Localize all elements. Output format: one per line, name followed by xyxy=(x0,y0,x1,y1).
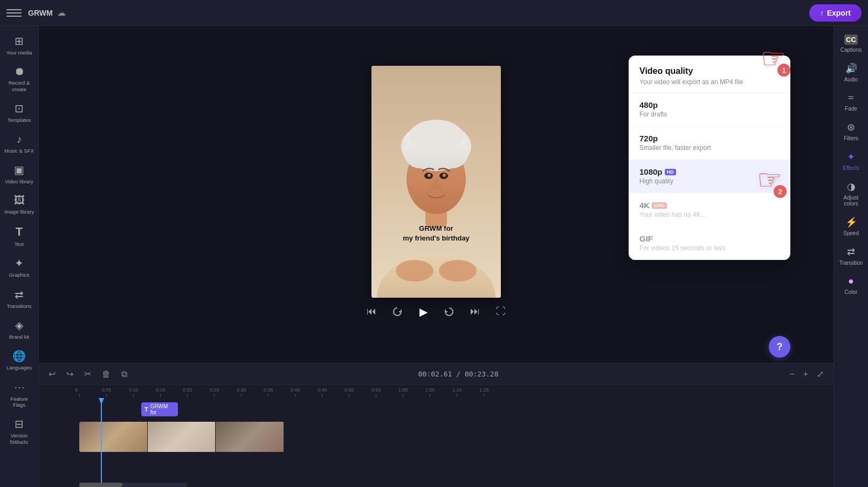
timeline-zoom-controls: − + ⤢ xyxy=(786,367,827,381)
sidebar-item-color[interactable]: ● Color xyxy=(836,271,866,299)
video-frame: GRWM for my friend's birthday xyxy=(371,66,501,298)
filters-icon: ⊛ xyxy=(847,121,855,133)
quality-popup-title: Video quality xyxy=(639,66,780,76)
svg-point-10 xyxy=(443,174,446,177)
sidebar-item-languages[interactable]: 🌐 Languages xyxy=(2,345,37,375)
templates-icon: ⊡ xyxy=(15,102,24,115)
sidebar-item-graphics[interactable]: ✦ Graphics xyxy=(2,252,37,282)
svg-point-12 xyxy=(439,260,477,282)
sidebar-item-effects[interactable]: ✦ Effects xyxy=(836,147,866,175)
play-pause-button[interactable]: ▶ xyxy=(415,303,432,320)
captions-icon: CC xyxy=(844,35,858,45)
zoom-in-button[interactable]: + xyxy=(800,367,811,381)
rewind-button[interactable] xyxy=(389,303,406,320)
expand-timeline-button[interactable]: ⤢ xyxy=(814,367,827,381)
skip-to-start-button[interactable]: ⏮ xyxy=(363,303,380,320)
sidebar-label-fade: Fade xyxy=(845,106,857,112)
sidebar-item-record-create[interactable]: ⏺ Record &create xyxy=(2,61,37,97)
video-quality-popup: Video quality Your video will export as … xyxy=(629,56,790,260)
zoom-out-button[interactable]: − xyxy=(786,367,797,381)
quality-desc-4k: Your video has no 4K... xyxy=(639,211,780,218)
quality-label-4k: 4K UHD xyxy=(639,201,780,210)
quality-option-480p[interactable]: 480p For drafts xyxy=(629,93,790,126)
export-button[interactable]: ↑ Export xyxy=(809,4,862,22)
sidebar-item-brand-kit[interactable]: ◈ Brand kit xyxy=(2,314,37,344)
sidebar-label-templates: Templates xyxy=(8,117,31,123)
sidebar-item-your-media[interactable]: ⊞ Your media xyxy=(2,30,37,60)
sidebar-item-transition[interactable]: ⇄ Transition xyxy=(836,242,866,270)
undo-button[interactable]: ↩ xyxy=(45,367,59,381)
thumb-segment-2 xyxy=(148,422,216,452)
fullscreen-button[interactable]: ⛶ xyxy=(492,303,509,320)
sidebar-label-effects: Effects xyxy=(843,165,859,171)
timeline-scrollbar[interactable] xyxy=(39,483,833,487)
feature-flags-icon: ⋯ xyxy=(14,381,25,394)
playhead[interactable] xyxy=(101,398,102,483)
sidebar-item-text[interactable]: T Text xyxy=(2,221,37,251)
redo-button[interactable]: ↪ xyxy=(63,367,77,381)
timeline-toolbar: ↩ ↪ ✂ 🗑 ⧉ 00:02.61 / 00:23.28 − + ⤢ xyxy=(39,363,833,385)
sidebar-item-captions[interactable]: CC Captions xyxy=(836,30,866,57)
sidebar-item-version[interactable]: ⊟ Version f06ba3c xyxy=(2,413,37,449)
hamburger-menu-button[interactable] xyxy=(6,5,22,20)
your-media-icon: ⊞ xyxy=(15,35,24,47)
timeline-scroll-thumb[interactable] xyxy=(79,483,122,487)
sidebar-item-templates[interactable]: ⊡ Templates xyxy=(2,98,37,127)
quality-desc-720p: Smaller file, faster export xyxy=(639,144,780,152)
video-clip[interactable] xyxy=(79,422,284,452)
skip-to-end-button[interactable]: ⏭ xyxy=(466,303,484,320)
video-text-overlay: GRWM for my friend's birthday xyxy=(371,224,501,243)
cut-button[interactable]: ✂ xyxy=(81,367,94,381)
sidebar-item-filters[interactable]: ⊛ Filters xyxy=(836,117,866,146)
text-clip[interactable]: T GRWM for xyxy=(141,402,178,416)
sidebar-label-captions: Captions xyxy=(841,47,862,53)
delete-button[interactable]: 🗑 xyxy=(99,367,114,381)
timeline-tracks: T GRWM for xyxy=(39,398,833,483)
sidebar-item-music-sfx[interactable]: ♪ Music & SFX xyxy=(2,129,37,158)
color-icon: ● xyxy=(848,276,854,287)
quality-label-720p: 720p xyxy=(639,134,780,143)
sidebar-label-audio: Audio xyxy=(844,77,858,83)
quality-option-1080p[interactable]: 1080p HD High quality xyxy=(629,160,790,193)
hd-badge: HD xyxy=(665,169,676,175)
video-track-content xyxy=(79,420,833,454)
sidebar-item-speed[interactable]: ⚡ Speed xyxy=(836,212,866,241)
sidebar-item-feature-flags[interactable]: ⋯ Feature Flags xyxy=(2,376,37,413)
sidebar-label-text: Text xyxy=(15,241,24,247)
svg-point-9 xyxy=(428,174,431,177)
quality-label-gif: GIF xyxy=(639,234,780,243)
playback-controls: ⏮ ▶ ⏭ ⛶ xyxy=(363,298,509,324)
forward-button[interactable] xyxy=(440,303,458,320)
sidebar-item-transitions[interactable]: ⇄ Transitions xyxy=(2,284,37,313)
sidebar-item-fade[interactable]: ≈ Fade xyxy=(836,88,866,116)
sidebar-label-languages: Languages xyxy=(6,365,32,371)
thumb-segment-1 xyxy=(79,422,148,452)
left-sidebar: ⊞ Your media ⏺ Record &create ⊡ Template… xyxy=(0,26,39,487)
audio-icon: 🔊 xyxy=(845,63,857,74)
svg-point-14 xyxy=(444,179,460,190)
export-upload-icon: ↑ xyxy=(820,9,824,17)
transitions-icon: ⇄ xyxy=(15,288,24,301)
sidebar-item-video-library[interactable]: ▣ Video library xyxy=(2,159,37,189)
version-icon: ⊟ xyxy=(15,417,24,430)
duplicate-button[interactable]: ⧉ xyxy=(118,367,130,381)
sidebar-label-color: Color xyxy=(845,289,858,295)
video-overlay-line1: GRWM for xyxy=(419,224,453,232)
project-title: GRWM xyxy=(28,9,53,17)
total-time: 00:23.28 xyxy=(465,370,499,378)
main-area: ⊞ Your media ⏺ Record &create ⊡ Template… xyxy=(0,26,868,487)
text-track-row: T GRWM for xyxy=(39,400,833,420)
right-sidebar: CC Captions 🔊 Audio ≈ Fade ⊛ Filters ✦ E… xyxy=(833,26,868,487)
timeline-area: ↩ ↪ ✂ 🗑 ⧉ 00:02.61 / 00:23.28 − + ⤢ xyxy=(39,363,833,487)
sidebar-item-adjust-colors[interactable]: ◑ Adjust colors xyxy=(836,176,866,211)
quality-option-4k: 4K UHD Your video has no 4K... xyxy=(629,193,790,227)
sidebar-label-speed: Speed xyxy=(843,230,859,236)
help-button[interactable]: ? xyxy=(769,336,790,358)
quality-desc-480p: For drafts xyxy=(639,111,780,118)
sidebar-item-image-library[interactable]: 🖼 Image library xyxy=(2,190,37,219)
quality-option-720p[interactable]: 720p Smaller file, faster export xyxy=(629,126,790,160)
sidebar-label-transition: Transition xyxy=(839,260,863,266)
time-separator: / xyxy=(456,370,465,378)
quality-desc-1080p: High quality xyxy=(639,177,780,185)
sidebar-item-audio[interactable]: 🔊 Audio xyxy=(836,58,866,87)
